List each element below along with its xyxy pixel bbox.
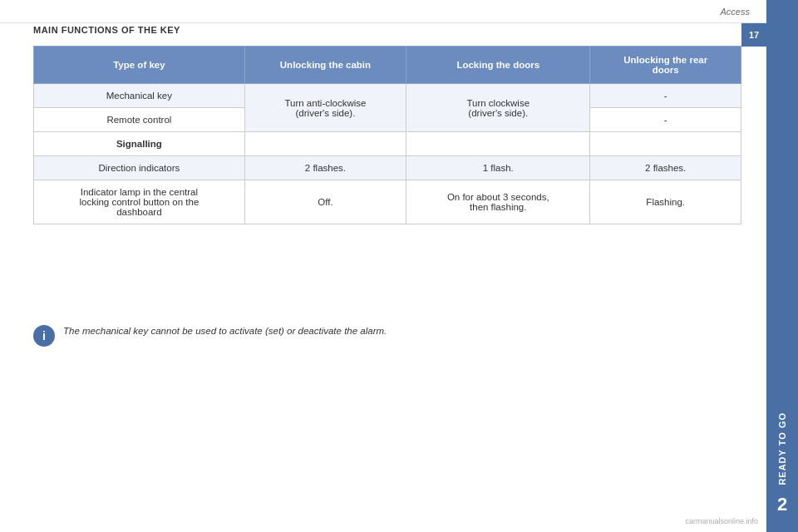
- cell-lock-doors: On for about 3 seconds,then flashing.: [406, 180, 590, 224]
- section-heading: MAIN FUNCTIONS OF THE KEY: [33, 25, 180, 35]
- watermark: carmanualsonline.info: [685, 517, 758, 525]
- cell-type: Indicator lamp in the centrallocking con…: [34, 180, 245, 224]
- cell-type: Direction indicators: [34, 156, 245, 180]
- cell-unlock-rear: -: [590, 84, 741, 108]
- cell-signalling-label: Signalling: [34, 132, 245, 156]
- cell-unlock-rear: -: [590, 108, 741, 132]
- table-row-signalling: Signalling: [34, 132, 741, 156]
- cell-unlock-rear: 2 flashes.: [590, 156, 741, 180]
- table-row: Mechanical key Turn anti-clockwise(drive…: [34, 84, 741, 108]
- info-text: The mechanical key cannot be used to act…: [63, 324, 387, 337]
- col-header-unlocking-rear: Unlocking the reardoors: [590, 47, 741, 84]
- table-header-row: Type of key Unlocking the cabin Locking …: [34, 47, 741, 84]
- cell-lock-doors: 1 flash.: [406, 156, 590, 180]
- page-title: Access: [721, 7, 750, 17]
- main-content: Type of key Unlocking the cabin Locking …: [33, 46, 741, 224]
- cell-type: Mechanical key: [34, 84, 245, 108]
- cell-type: Remote control: [34, 108, 245, 132]
- sidebar-number: 2: [777, 494, 787, 515]
- table-row: Indicator lamp in the centrallocking con…: [34, 180, 741, 224]
- top-bar: Access: [0, 0, 766, 23]
- functions-table: Type of key Unlocking the cabin Locking …: [33, 46, 741, 224]
- cell-lock-doors: Turn clockwise(driver's side).: [406, 84, 590, 132]
- cell-signalling-empty: [590, 132, 741, 156]
- info-icon: i: [33, 325, 55, 347]
- col-header-locking-doors: Locking the doors: [406, 47, 590, 84]
- cell-unlock-cabin: Turn anti-clockwise(driver's side).: [244, 84, 406, 132]
- cell-signalling-empty: [406, 132, 590, 156]
- col-header-unlocking-cabin: Unlocking the cabin: [244, 47, 406, 84]
- cell-unlock-cabin: 2 flashes.: [244, 156, 406, 180]
- col-header-type: Type of key: [34, 47, 245, 84]
- info-box: i The mechanical key cannot be used to a…: [33, 324, 741, 347]
- cell-unlock-cabin: Off.: [244, 180, 406, 224]
- table-row: Direction indicators 2 flashes. 1 flash.…: [34, 156, 741, 180]
- page-number: 17: [741, 23, 766, 47]
- sidebar-label: READY TO GO: [777, 412, 787, 485]
- cell-signalling-empty: [244, 132, 406, 156]
- cell-unlock-rear: Flashing.: [590, 180, 741, 224]
- right-sidebar: READY TO GO 2: [766, 0, 798, 532]
